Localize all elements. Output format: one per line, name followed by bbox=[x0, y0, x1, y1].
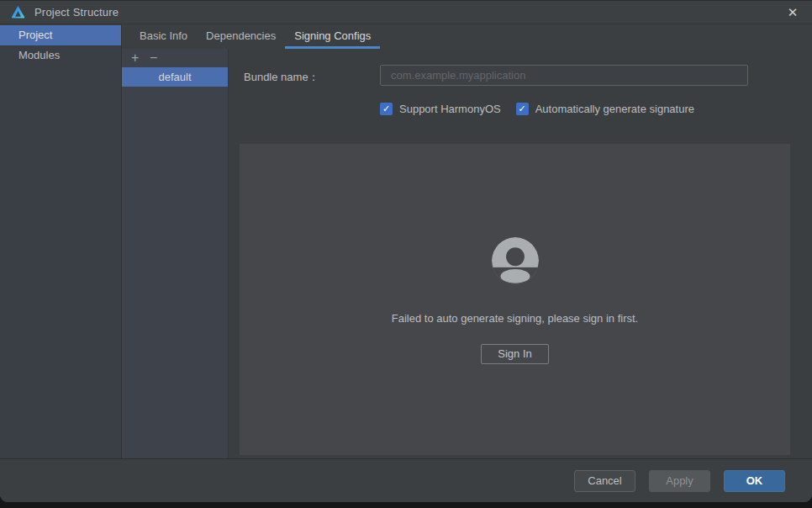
signing-config-list: + − default bbox=[122, 49, 229, 458]
sidebar-item-project[interactable]: Project bbox=[0, 25, 121, 45]
bundle-name-input[interactable] bbox=[380, 65, 748, 86]
dialog-body: Project Modules Basic Info Dependencies … bbox=[0, 24, 812, 458]
apply-button[interactable]: Apply bbox=[649, 470, 710, 492]
config-item-default[interactable]: default bbox=[122, 67, 228, 87]
dialog-title: Project Structure bbox=[34, 6, 119, 19]
remove-config-icon[interactable]: − bbox=[150, 50, 168, 66]
ok-button[interactable]: OK bbox=[724, 470, 785, 492]
dialog-titlebar: Project Structure ✕ bbox=[0, 1, 812, 24]
tab-basic-info[interactable]: Basic Info bbox=[130, 24, 197, 49]
cancel-button[interactable]: Cancel bbox=[574, 470, 635, 492]
checkbox-checked-icon: ✓ bbox=[380, 103, 393, 115]
sign-in-button[interactable]: Sign In bbox=[481, 344, 549, 364]
checkbox-checked-icon: ✓ bbox=[516, 103, 529, 115]
close-icon[interactable]: ✕ bbox=[778, 2, 807, 24]
bundle-name-label: Bundle name： bbox=[244, 70, 319, 85]
checkbox-row: ✓ Support HarmonyOS ✓ Automatically gene… bbox=[380, 103, 694, 115]
screen-background: Project Structure ✕ Project Modules Basi… bbox=[0, 0, 812, 508]
project-structure-dialog: Project Structure ✕ Project Modules Basi… bbox=[0, 0, 812, 502]
tab-dependencies[interactable]: Dependencies bbox=[197, 24, 285, 49]
add-config-icon[interactable]: + bbox=[131, 50, 150, 66]
dialog-footer: Cancel Apply OK bbox=[0, 458, 812, 502]
config-list-toolbar: + − bbox=[122, 49, 228, 67]
signing-error-message: Failed to auto generate signing, please … bbox=[240, 312, 790, 325]
auto-generate-signature-label: Automatically generate signature bbox=[535, 103, 694, 115]
signing-configs-panel: Bundle name： ✓ Support HarmonyOS ✓ Autom… bbox=[229, 49, 812, 458]
signing-status-panel: Failed to auto generate signing, please … bbox=[240, 144, 790, 455]
support-harmonyos-checkbox[interactable]: ✓ Support HarmonyOS bbox=[380, 103, 501, 115]
tab-bar: Basic Info Dependencies Signing Configs bbox=[122, 24, 812, 49]
main-region: Basic Info Dependencies Signing Configs … bbox=[122, 24, 812, 458]
user-avatar-icon bbox=[492, 237, 539, 284]
content-row: + − default Bundle name： ✓ Support Harmo… bbox=[122, 49, 812, 458]
auto-generate-signature-checkbox[interactable]: ✓ Automatically generate signature bbox=[516, 103, 694, 115]
deveco-studio-logo-icon bbox=[11, 5, 25, 19]
support-harmonyos-label: Support HarmonyOS bbox=[399, 103, 501, 115]
tab-signing-configs[interactable]: Signing Configs bbox=[285, 24, 380, 49]
category-sidebar: Project Modules bbox=[0, 24, 122, 458]
sidebar-item-modules[interactable]: Modules bbox=[0, 45, 121, 66]
